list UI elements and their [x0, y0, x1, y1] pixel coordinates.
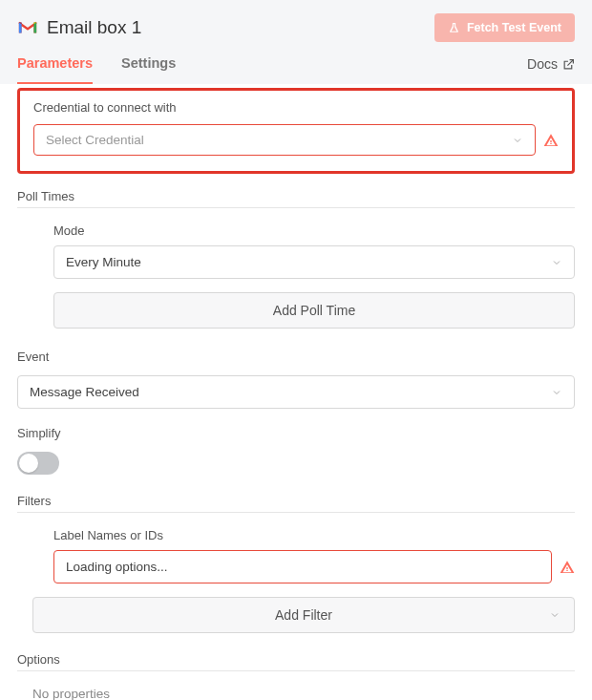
poll-times-section: Poll Times — [17, 189, 575, 208]
filters-section: Filters — [17, 494, 575, 513]
tab-parameters[interactable]: Parameters — [17, 55, 93, 84]
mode-label: Mode — [53, 223, 575, 238]
toggle-knob — [19, 454, 38, 473]
no-properties-text: No properties — [32, 687, 575, 700]
docs-label: Docs — [527, 56, 558, 72]
chevron-down-icon — [551, 387, 562, 398]
credential-select[interactable]: Select Credential — [33, 124, 536, 156]
svg-rect-0 — [19, 23, 22, 33]
simplify-toggle[interactable] — [17, 452, 59, 475]
node-title-wrap: Email box 1 — [17, 17, 141, 38]
event-select[interactable]: Message Received — [17, 375, 575, 409]
docs-link[interactable]: Docs — [527, 56, 575, 83]
warning-icon — [560, 560, 575, 575]
svg-rect-1 — [33, 23, 36, 33]
credential-placeholder: Select Credential — [46, 133, 144, 147]
add-poll-time-button[interactable]: Add Poll Time — [53, 292, 575, 329]
gmail-icon — [17, 17, 38, 38]
simplify-label: Simplify — [17, 426, 575, 448]
chevron-down-icon — [551, 257, 562, 268]
chevron-down-icon — [512, 135, 523, 146]
credential-label: Credential to connect with — [33, 100, 559, 115]
fetch-label: Fetch Test Event — [467, 21, 561, 34]
label-names-select[interactable]: Loading options... — [53, 550, 552, 583]
event-value: Message Received — [30, 385, 139, 399]
add-filter-button[interactable]: Add Filter — [32, 597, 575, 633]
chevron-down-icon — [549, 609, 560, 621]
flask-icon — [448, 22, 460, 34]
external-link-icon — [562, 58, 575, 71]
node-title[interactable]: Email box 1 — [47, 17, 141, 38]
mode-value: Every Minute — [66, 255, 141, 269]
warning-icon — [543, 133, 559, 148]
mode-select[interactable]: Every Minute — [53, 245, 575, 279]
fetch-test-event-button[interactable]: Fetch Test Event — [434, 13, 575, 42]
loading-text: Loading options... — [66, 560, 168, 574]
event-label: Event — [17, 350, 575, 371]
credential-section: Credential to connect with Select Creden… — [17, 88, 575, 174]
add-filter-label: Add Filter — [275, 607, 332, 623]
tab-settings[interactable]: Settings — [121, 55, 176, 84]
label-names-label: Label Names or IDs — [53, 528, 575, 542]
add-poll-time-label: Add Poll Time — [273, 303, 355, 318]
options-section: Options — [17, 652, 575, 671]
